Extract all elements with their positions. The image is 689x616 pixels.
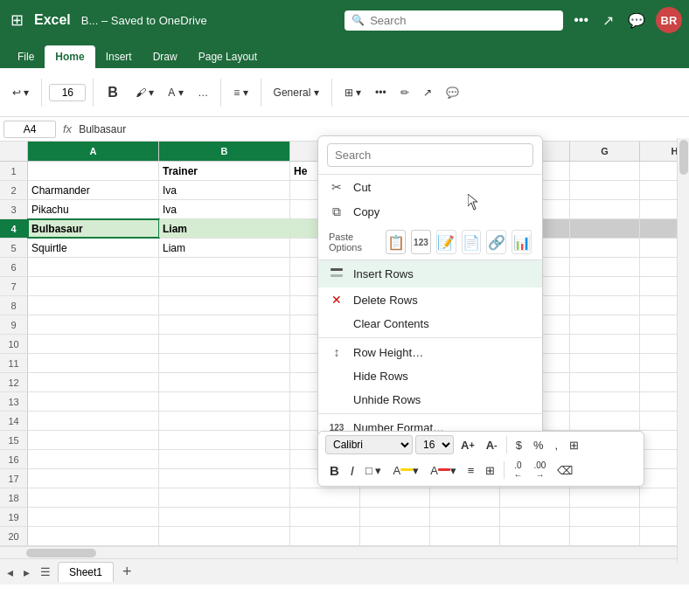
sheet-cell[interactable]	[159, 315, 290, 334]
col-header-g[interactable]: G	[570, 142, 640, 161]
horizontal-scrollbar[interactable]	[0, 546, 689, 558]
sheet-cell[interactable]	[28, 315, 159, 334]
sheet-cell[interactable]	[570, 258, 640, 276]
sheet-cell[interactable]	[159, 450, 290, 468]
sheet-cell[interactable]	[159, 508, 290, 526]
mini-eraser-button[interactable]: ⌫	[553, 461, 577, 480]
sheet-cell[interactable]	[570, 277, 640, 295]
col-header-b[interactable]: B	[159, 142, 290, 161]
sheet-cell[interactable]	[159, 469, 290, 488]
tab-page-layout[interactable]: Page Layout	[188, 45, 268, 68]
currency-button[interactable]: $	[512, 436, 526, 454]
sheet-nav-prev[interactable]: ◂	[3, 564, 17, 581]
sheet-cell[interactable]: Charmander	[28, 181, 159, 199]
tab-home[interactable]: Home	[45, 45, 94, 68]
sheet-cell[interactable]	[570, 162, 640, 180]
sheet-cell[interactable]	[500, 527, 570, 545]
sheet-cell[interactable]	[28, 277, 159, 295]
sheet-cell[interactable]	[159, 354, 290, 372]
paste-opt-1[interactable]: 📋	[386, 230, 406, 254]
paste-opt-5[interactable]: 🔗	[486, 230, 506, 254]
mini-align-button[interactable]: ≡	[463, 461, 479, 480]
sheet-cell[interactable]	[500, 488, 570, 507]
more-button2[interactable]: •••	[370, 83, 392, 102]
sheet-cell[interactable]	[500, 508, 570, 526]
sheet-cell[interactable]	[28, 527, 159, 545]
sheet-cell[interactable]	[360, 527, 430, 545]
sheet-cell[interactable]	[159, 527, 290, 545]
apps-grid-icon[interactable]: ⊞	[7, 7, 27, 33]
share-icon[interactable]: ↗	[599, 9, 617, 32]
sheet-cell[interactable]	[28, 335, 159, 353]
sheet-cell[interactable]	[570, 181, 640, 199]
sheet-cell[interactable]	[28, 296, 159, 315]
context-menu-insert-rows[interactable]: Insert Rows	[318, 260, 542, 287]
sheet-cell[interactable]	[28, 373, 159, 391]
percent-button[interactable]: %	[529, 436, 548, 454]
sheet-cell[interactable]	[570, 296, 640, 315]
sheet-cell[interactable]	[159, 431, 290, 449]
mini-dec-decimal-button[interactable]: .0←	[509, 458, 526, 482]
general-format-button[interactable]: General ▾	[268, 83, 324, 102]
sheet-cell[interactable]	[159, 373, 290, 391]
paste-opt-2[interactable]: 123	[411, 230, 431, 254]
context-menu-row-height[interactable]: ↕ Row Height…	[318, 340, 542, 364]
sheet-cell[interactable]: Bulbasaur	[28, 219, 159, 238]
context-menu-cut[interactable]: ✂ Cut	[318, 175, 542, 199]
avatar[interactable]: BR	[656, 7, 682, 33]
conditional-format-button[interactable]: ⊞ ▾	[339, 83, 366, 102]
scrollbar-thumb[interactable]	[26, 549, 96, 557]
sheet-cell[interactable]	[570, 335, 640, 353]
paste-opt-6[interactable]: 📊	[512, 230, 532, 254]
sheet-cell[interactable]	[570, 392, 640, 411]
sheet-cell[interactable]	[28, 392, 159, 411]
font-size-input[interactable]	[49, 84, 86, 101]
sheet-cell[interactable]	[570, 373, 640, 391]
context-menu-unhide-rows[interactable]: Unhide Rows	[318, 388, 542, 412]
sheet-cell[interactable]	[570, 527, 640, 545]
grid-button[interactable]: ⊞	[565, 436, 583, 454]
mini-italic-button[interactable]: I	[346, 460, 358, 481]
sheet-cell[interactable]	[430, 488, 500, 507]
more-options-icon[interactable]: •••	[570, 9, 592, 31]
context-menu-copy[interactable]: ⧉ Copy	[318, 199, 542, 225]
bold-button[interactable]: B	[101, 83, 127, 102]
mini-fill-button[interactable]: A ▾	[388, 461, 423, 480]
sheet-cell[interactable]	[360, 488, 430, 507]
sheet-cell[interactable]	[430, 527, 500, 545]
sheet-cell[interactable]	[290, 527, 360, 545]
sheet-cell[interactable]	[570, 508, 640, 526]
cell-reference-input[interactable]	[3, 121, 56, 138]
sheet-cell[interactable]: Liam	[159, 239, 290, 257]
mini-bold-button[interactable]: B	[325, 460, 344, 481]
mini-border-button[interactable]: □ ▾	[361, 461, 386, 480]
comments-icon[interactable]: 💬	[624, 9, 649, 32]
mini-font-color-button[interactable]: A ▾	[426, 461, 461, 480]
sheet-cell[interactable]	[570, 219, 640, 238]
sheet-cell[interactable]	[570, 488, 640, 507]
vertical-scrollbar[interactable]	[677, 138, 689, 564]
mini-font-size-select[interactable]: 16	[415, 435, 454, 454]
sheet-cell[interactable]	[159, 258, 290, 276]
sheet-cell[interactable]	[28, 258, 159, 276]
sheet-cell[interactable]	[28, 412, 159, 430]
font-shrink-button[interactable]: A-	[482, 436, 502, 454]
sheet-cell[interactable]	[28, 162, 159, 180]
sheet-cell[interactable]	[159, 296, 290, 315]
sheet-nav-next[interactable]: ▸	[20, 564, 33, 581]
paste-opt-4[interactable]: 📄	[462, 230, 482, 254]
sheet-cell[interactable]: Pikachu	[28, 200, 159, 218]
highlight-color-button[interactable]: 🖌 ▾	[130, 83, 159, 102]
sheet-tab[interactable]: Sheet1	[58, 562, 114, 582]
sheet-cell[interactable]: Squirtle	[28, 239, 159, 257]
sheet-cell[interactable]: Liam	[159, 219, 290, 238]
sheet-cell[interactable]: Iva	[159, 200, 290, 218]
sheet-cell[interactable]: Iva	[159, 181, 290, 199]
sheet-cell[interactable]	[290, 488, 360, 507]
sheet-hamburger-icon[interactable]: ☰	[40, 565, 51, 578]
sheet-cell[interactable]	[290, 508, 360, 526]
mini-font-select[interactable]: Calibri	[325, 435, 413, 454]
alignment-button[interactable]: ≡ ▾	[228, 83, 253, 102]
comma-button[interactable]: ,	[551, 436, 563, 454]
sheet-cell[interactable]	[360, 508, 430, 526]
